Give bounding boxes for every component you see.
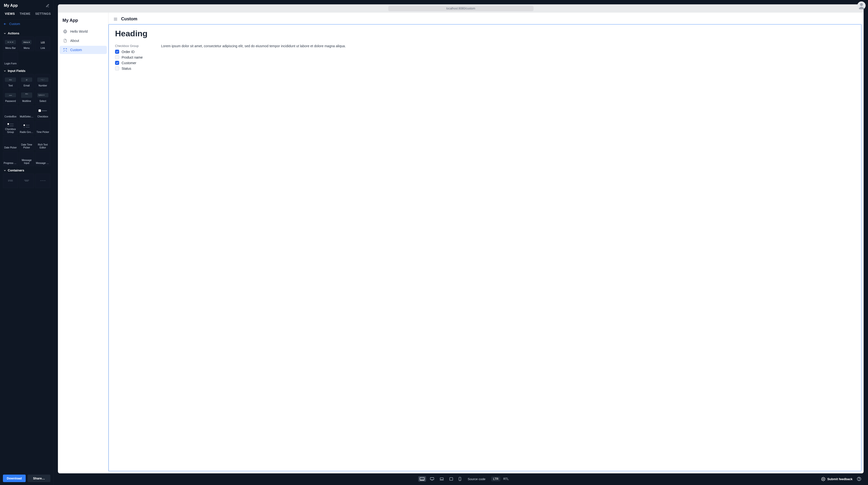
tab-views[interactable]: VIEWS	[5, 12, 15, 18]
preview-nav-custom[interactable]: Custom	[60, 46, 107, 54]
palette-date-picker[interactable]: Date Picker	[3, 136, 18, 151]
svg-point-8	[823, 479, 824, 479]
preview-main: Custom Heading Checkbox Group Order IDPr…	[108, 12, 863, 473]
tab-theme[interactable]: THEME	[20, 12, 31, 18]
palette-container-2[interactable]	[19, 173, 34, 188]
direction-switch: LTR RTL	[491, 477, 510, 481]
heading-component[interactable]: Heading	[115, 29, 855, 38]
sidebar-tabs: VIEWS THEME SETTINGS	[0, 10, 53, 20]
palette-text[interactable]: AbcText	[3, 74, 18, 89]
preview-app-title: My App	[60, 17, 107, 26]
device-desktop-wide-icon[interactable]	[418, 476, 426, 482]
palette-rich-text[interactable]: Rich Text Editor	[35, 136, 51, 151]
submit-feedback-button[interactable]: Submit feedback	[821, 477, 852, 481]
download-button[interactable]: Download	[3, 475, 26, 482]
preview-canvas: My App Hello World About Custom	[58, 12, 864, 473]
sidebar-header: My App	[0, 0, 53, 10]
chevron-down-icon	[3, 32, 6, 35]
svg-rect-3	[420, 478, 424, 480]
palette-checkbox[interactable]: ✓Checkbox	[35, 105, 51, 120]
device-laptop-icon[interactable]	[438, 476, 445, 482]
checkbox-box[interactable]	[115, 55, 119, 59]
svg-rect-4	[430, 478, 434, 480]
palette-link[interactable]: Link Link	[35, 37, 51, 51]
palette-multiselect[interactable]: MultiSelectCombo	[19, 105, 34, 120]
device-desktop-icon[interactable]	[428, 476, 436, 482]
palette-container-1[interactable]	[3, 173, 18, 188]
checkbox-option[interactable]: Customer	[115, 61, 147, 65]
checkbox-group-component[interactable]: Checkbox Group Order IDProduct nameCusto…	[115, 44, 147, 72]
palette-container-3[interactable]	[35, 173, 51, 188]
section-actions-header[interactable]: Actions	[3, 29, 51, 37]
device-tablet-icon[interactable]	[448, 476, 455, 482]
main-area: localhost:8080/custom My App Hello World…	[54, 0, 868, 485]
help-icon[interactable]	[856, 476, 862, 482]
palette-password[interactable]: •••••Password	[3, 90, 18, 104]
checkbox-group-label: Checkbox Group	[115, 44, 147, 48]
svg-rect-6	[450, 478, 453, 480]
rtl-toggle[interactable]: RTL	[501, 477, 510, 481]
actions-grid: Menu Bar Menu ▾ Menu Link Link Login For…	[3, 37, 51, 67]
svg-point-1	[860, 3, 863, 6]
containers-grid	[3, 173, 51, 188]
palette-multiline[interactable]: AbcMultiline	[19, 90, 34, 104]
checkbox-label: Customer	[122, 61, 136, 65]
preview-view-title: Custom	[121, 17, 137, 22]
checkbox-box[interactable]	[115, 66, 119, 70]
palette-message-input[interactable]: Message Input	[19, 152, 34, 166]
palette-menu-bar[interactable]: Menu Bar	[3, 37, 18, 51]
palette-email[interactable]: @Email	[19, 74, 34, 89]
drawer-toggle-icon[interactable]	[113, 17, 118, 21]
canvas-wrap: localhost:8080/custom My App Hello World…	[58, 4, 864, 473]
selected-layout[interactable]: Heading Checkbox Group Order IDProduct n…	[108, 24, 862, 471]
device-phone-icon[interactable]	[457, 476, 463, 482]
sidebar-footer: Download Share…	[0, 472, 53, 485]
checkbox-box[interactable]	[115, 61, 119, 65]
feedback-icon	[821, 477, 826, 481]
section-containers-header[interactable]: Containers	[3, 166, 51, 173]
document-icon	[63, 38, 67, 43]
tools-icon	[63, 48, 67, 52]
palette-combobox[interactable]: ComboBox	[3, 105, 18, 120]
palette-login-form[interactable]: Login Form	[3, 52, 18, 67]
back-link-label: Custom	[9, 22, 20, 26]
palette-progress[interactable]: Progress Bar	[3, 152, 18, 166]
checkbox-box[interactable]	[115, 50, 119, 54]
user-avatar[interactable]	[857, 1, 866, 10]
share-button[interactable]: Share…	[28, 475, 51, 482]
paragraph-component[interactable]: Lorem ipsum dolor sit amet, consectetur …	[161, 44, 346, 48]
palette-checkbox-group[interactable]: Checkbox Group	[3, 121, 18, 135]
palette-menu[interactable]: Menu ▾ Menu	[19, 37, 34, 51]
palette-time-picker[interactable]: Time Picker	[35, 121, 51, 135]
checkbox-option[interactable]: Status	[115, 66, 147, 70]
section-inputs-header[interactable]: Input Fields	[3, 67, 51, 74]
palette-select[interactable]: Option ▾Select	[35, 90, 51, 104]
arrow-left-icon	[3, 22, 7, 26]
palette-radio-group[interactable]: Radio Group	[19, 121, 34, 135]
bottom-bar: Source code LTR RTL Submit feedback	[58, 473, 864, 483]
url-field[interactable]: localhost:8080/custom	[388, 6, 533, 11]
inputs-grid: AbcText @Email + 1 −Number •••••Password…	[3, 74, 51, 166]
checkbox-label: Order ID	[122, 50, 135, 54]
app-name: My App	[4, 3, 18, 8]
svg-rect-5	[440, 478, 443, 479]
tab-settings[interactable]: SETTINGS	[35, 12, 51, 18]
palette-datetime-picker[interactable]: Date Time Picker	[19, 136, 34, 151]
source-code-link[interactable]: Source code	[468, 477, 485, 481]
back-to-views-link[interactable]: Custom	[0, 20, 53, 28]
url-bar: localhost:8080/custom	[58, 4, 864, 12]
component-palette: Actions Menu Bar Menu ▾ Menu Link Link L…	[0, 28, 53, 472]
globe-icon	[63, 29, 67, 34]
chevron-down-icon	[3, 69, 6, 72]
checkbox-option[interactable]: Product name	[115, 55, 147, 59]
chevron-down-icon	[3, 169, 6, 172]
edit-app-name-button[interactable]	[46, 4, 50, 7]
preview-nav-hello-world[interactable]: Hello World	[60, 27, 107, 36]
ltr-toggle[interactable]: LTR	[491, 477, 500, 481]
palette-number[interactable]: + 1 −Number	[35, 74, 51, 89]
preview-nav-about[interactable]: About	[60, 37, 107, 45]
checkbox-option[interactable]: Order ID	[115, 50, 147, 54]
palette-message-list[interactable]: Message List	[35, 152, 51, 166]
checkbox-label: Status	[122, 67, 131, 70]
designer-sidebar: My App VIEWS THEME SETTINGS Custom Actio…	[0, 0, 54, 485]
